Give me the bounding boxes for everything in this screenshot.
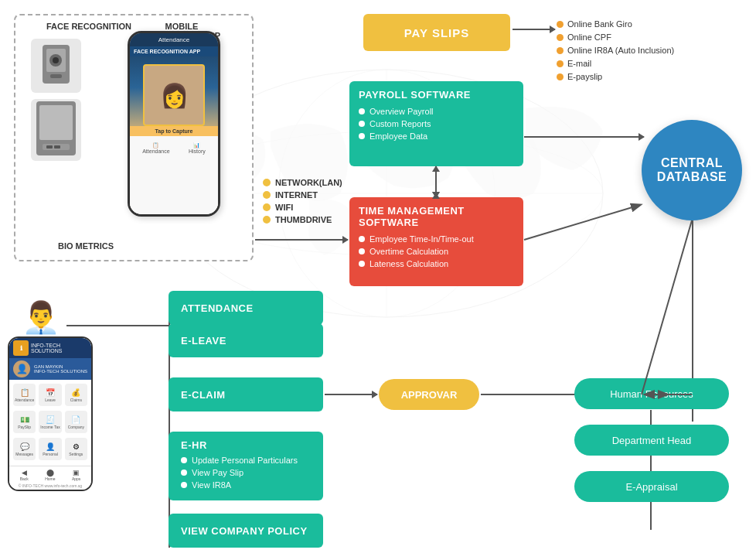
db-to-right-svg — [642, 220, 696, 398]
svg-point-8 — [53, 57, 59, 63]
face-device-icon-2 — [31, 99, 81, 161]
output-bank-giro: Online Bank Giro — [557, 19, 674, 29]
network-options: NETWORK(LAN) INTERNET WIFI THUMBDRIVE — [263, 178, 342, 227]
tms-item-2: Overtime Calculation — [359, 247, 514, 256]
arrow-tms-db-svg — [524, 201, 648, 248]
payslips-box: PAY SLIPS — [363, 14, 510, 51]
phone-icon-incometax: 🧾Income Tax — [39, 411, 61, 433]
user-avatar: 👤 — [13, 360, 30, 377]
network-item-thumbdrive: THUMBDRIVE — [263, 215, 342, 224]
face-recognition-label: FACE RECOGNITION — [46, 22, 131, 31]
arrow-to-hr-svg — [653, 394, 669, 395]
phone-bottom-mockup: ℹ INFO-TECHSOLUTIONS 👤 GAN MAYKIN INFO-T… — [8, 336, 93, 491]
output-email: E-mail — [557, 59, 674, 68]
phone-icon-messages: 💬Messages — [13, 438, 36, 460]
phone-icon-personal: 👤Personal — [39, 438, 61, 460]
bio-metrics-label: BIO METRICS — [58, 241, 114, 251]
eleave-box: E-LEAVE — [169, 323, 323, 357]
tms-item-1: Employee Time-In/Time-out — [359, 234, 514, 244]
output-epayslip: E-payslip — [557, 72, 674, 81]
tms-title: TIME MANAGEMENT SOFTWARE — [359, 205, 514, 228]
payroll-item-2: Custom Reports — [359, 119, 514, 128]
infotech-logo: ℹ — [13, 340, 29, 356]
payroll-item-3: Employee Data — [359, 131, 514, 141]
phone-nav-attendance: 📋Attendance — [142, 142, 169, 154]
svg-line-16 — [524, 205, 640, 240]
appraisal-box: E-Appraisal — [574, 471, 729, 502]
payroll-box: PAYROLL SOFTWARE Overview Payroll Custom… — [349, 81, 523, 166]
attendance-box: ATTENDANCE — [169, 291, 323, 325]
payroll-item-1: Overview Payroll — [359, 107, 514, 116]
phone-mockup-top: Attendance FACE RECOGNITION APP 👩 Tap to… — [128, 31, 220, 217]
network-item-lan: NETWORK(LAN) — [263, 178, 342, 187]
arrow-network-to-tms — [255, 239, 348, 241]
phone-nav-history: 📊History — [189, 142, 206, 154]
face-devices — [31, 39, 81, 161]
tms-item-3: Lateness Calculation — [359, 259, 514, 268]
approvar-box: APPROVAR — [379, 379, 479, 410]
line-staff-to-modules — [66, 325, 169, 326]
ehr-item-3: View IR8A — [181, 480, 311, 490]
arrow-eclaim-approvar — [325, 394, 377, 395]
phone-app-grid: 📋Attendance 📅Leave 💰Claims 💵PaySlip 🧾Inc… — [9, 380, 91, 466]
payslips-title: PAY SLIPS — [404, 26, 470, 39]
ehr-box: E-HR Update Personal Particulars View Pa… — [169, 432, 323, 500]
ehr-title: E-HR — [181, 439, 311, 451]
dot-thumbdrive — [263, 216, 271, 224]
payroll-title: PAYROLL SOFTWARE — [359, 89, 514, 101]
network-item-internet: INTERNET — [263, 190, 342, 200]
phone-header: Attendance — [130, 33, 218, 46]
output-ir8a: Online IR8A (Auto Inclusion) — [557, 46, 674, 55]
phone-icon-settings: ⚙Settings — [65, 438, 87, 460]
tms-box: TIME MANAGEMENT SOFTWARE Employee Time-I… — [349, 197, 523, 286]
phone-bottom-user: 👤 GAN MAYKIN INFO-TECH SOLUTIONS — [9, 358, 91, 380]
ehr-item-2: View Pay Slip — [181, 468, 311, 477]
dot-lan — [263, 179, 271, 186]
dot-internet — [263, 191, 271, 199]
svg-rect-14 — [54, 145, 60, 149]
svg-rect-11 — [39, 105, 73, 140]
dept-box: Department Head — [574, 425, 729, 456]
eclaim-box: E-CLAIM — [169, 377, 323, 411]
phone-icon-leave: 📅Leave — [39, 384, 61, 406]
arrow-tms-to-payroll — [435, 193, 437, 197]
phone-icon-attendance: 📋Attendance — [13, 384, 36, 406]
svg-rect-13 — [46, 145, 53, 149]
phone-icon-payslip: 💵PaySlip — [13, 411, 36, 433]
staff-avatar-icon: 👨‍💼 — [14, 302, 68, 333]
phone-icon-claims: 💰Claims — [65, 384, 87, 406]
devices-box: FACE RECOGNITION MOBILE ATTENDANCE APP — [14, 14, 254, 261]
dot-wifi — [263, 203, 271, 211]
policy-box: VIEW COMPANY POLICY — [169, 514, 323, 548]
phone-bottom-header: ℹ INFO-TECHSOLUTIONS — [9, 338, 91, 358]
svg-line-18 — [642, 220, 692, 394]
arrow-payslips-to-outputs — [513, 29, 555, 30]
network-item-wifi: WIFI — [263, 203, 342, 212]
face-device-icon-1 — [31, 39, 81, 93]
output-cpf: Online CPF — [557, 32, 674, 42]
phone-face-display: 👩 — [143, 64, 205, 126]
ehr-item-1: Update Personal Particulars — [181, 456, 311, 465]
central-database: CENTRAL DATABASE — [642, 120, 742, 220]
arrow-payroll-to-db — [524, 136, 644, 138]
phone-bottom-nav: ◀Back ⬤Home ▣Apps — [9, 466, 91, 483]
phone-icon-policy: 📄Company — [65, 411, 87, 433]
payslips-outputs: Online Bank Giro Online CPF Online IR8A … — [557, 19, 674, 85]
svg-rect-9 — [50, 74, 62, 78]
